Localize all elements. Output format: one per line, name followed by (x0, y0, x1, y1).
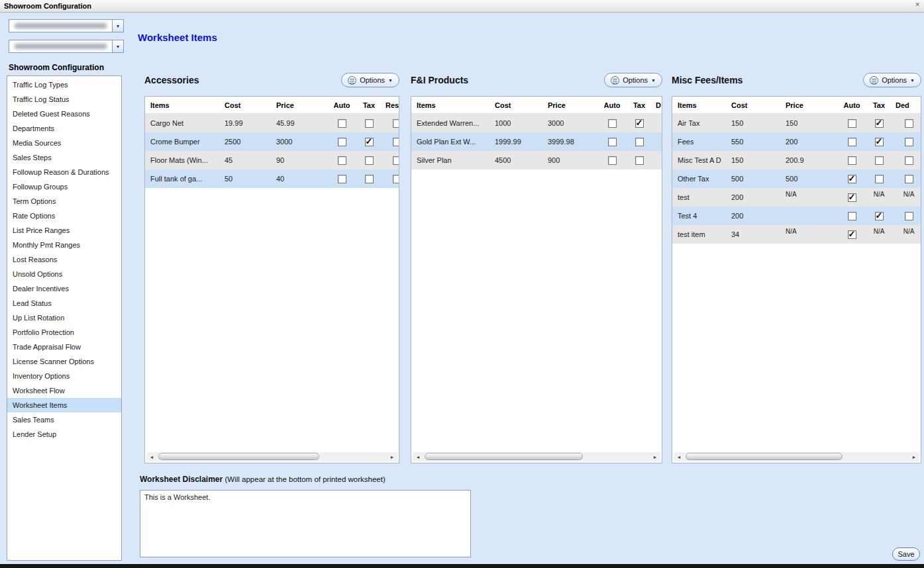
misc-fees-options-button[interactable]: Options ▼ (863, 73, 921, 87)
table-row[interactable]: Floor Mats (Win...4590 (145, 151, 399, 169)
worksheet-disclaimer-input[interactable]: This is a Worksheet. (140, 490, 471, 557)
sidebar-item[interactable]: Term Options (7, 194, 121, 209)
sidebar-item[interactable]: Lead Status (7, 296, 121, 310)
accessories-options-button[interactable]: Options ▼ (341, 73, 399, 87)
table-row[interactable]: Silver Plan4500900 (411, 151, 662, 169)
checkbox-unchecked[interactable] (848, 138, 856, 146)
checkbox-checked[interactable] (848, 193, 856, 202)
table-row[interactable]: Extended Warren...10003000 (411, 114, 662, 132)
checkbox-checked[interactable] (848, 230, 856, 239)
column-header[interactable]: Res (382, 101, 399, 109)
sidebar-item[interactable]: Worksheet Items (7, 398, 121, 412)
sidebar-item[interactable]: Traffic Log Types (7, 77, 121, 92)
save-button[interactable]: Save (892, 547, 920, 561)
checkbox-checked[interactable] (848, 175, 856, 183)
fi-products-options-button[interactable]: Options ▼ (604, 73, 662, 87)
checkbox-unchecked[interactable] (393, 138, 399, 146)
sidebar-item[interactable]: Dealer Incentives (7, 281, 121, 296)
store-dropdown[interactable]: ▾ (9, 19, 124, 32)
checkbox-unchecked[interactable] (905, 119, 913, 128)
checkbox-checked[interactable] (635, 119, 644, 128)
column-header[interactable]: Auto (328, 101, 356, 109)
table-row[interactable]: Crome Bumper25003000 (145, 132, 399, 151)
column-header[interactable]: Ded (892, 101, 921, 109)
checkbox-unchecked[interactable] (365, 175, 374, 183)
column-header[interactable]: Auto (838, 101, 866, 109)
checkbox-unchecked[interactable] (338, 175, 346, 183)
sidebar-item[interactable]: Followup Groups (7, 179, 121, 194)
column-header[interactable]: Auto (598, 101, 626, 109)
sidebar-item[interactable]: Up List Rotation (7, 310, 121, 325)
table-row[interactable]: Cargo Net19.9945.99 (145, 114, 399, 132)
column-header[interactable]: Price (271, 101, 328, 109)
sidebar-item[interactable]: Sales Steps (7, 150, 121, 165)
sidebar-item[interactable]: Deleted Guest Reasons (7, 107, 121, 121)
scrollbar-thumb[interactable] (158, 453, 319, 460)
horizontal-scrollbar[interactable]: ◄ ► (674, 452, 919, 461)
checkbox-unchecked[interactable] (848, 212, 856, 220)
checkbox-checked[interactable] (875, 119, 884, 128)
scroll-right-icon[interactable]: ► (650, 452, 660, 461)
sidebar-item[interactable]: Lost Reasons (7, 252, 121, 267)
checkbox-unchecked[interactable] (608, 119, 617, 128)
sidebar-item[interactable]: Sales Teams (7, 412, 121, 427)
scrollbar-thumb[interactable] (686, 453, 843, 460)
column-header[interactable]: Price (780, 101, 838, 109)
checkbox-unchecked[interactable] (905, 175, 913, 183)
checkbox-unchecked[interactable] (365, 156, 374, 165)
table-row[interactable]: Full tank of ga...5040 (145, 169, 399, 188)
sidebar-item[interactable]: Lender Setup (7, 427, 121, 442)
checkbox-unchecked[interactable] (635, 156, 644, 165)
scroll-right-icon[interactable]: ► (909, 452, 919, 461)
close-icon[interactable]: ✕ (915, 1, 920, 8)
table-row[interactable]: Test 4200 (672, 207, 921, 225)
checkbox-unchecked[interactable] (393, 156, 399, 165)
horizontal-scrollbar[interactable]: ◄ ► (413, 452, 660, 461)
column-header[interactable]: Cost (219, 101, 271, 109)
checkbox-unchecked[interactable] (393, 119, 399, 128)
scroll-left-icon[interactable]: ◄ (413, 452, 423, 461)
checkbox-checked[interactable] (875, 212, 884, 220)
column-header[interactable]: Tax (356, 101, 382, 109)
checkbox-unchecked[interactable] (393, 175, 399, 183)
chevron-down-icon[interactable]: ▾ (112, 20, 123, 32)
checkbox-unchecked[interactable] (635, 138, 644, 146)
sidebar-item[interactable]: Inventory Options (7, 369, 121, 383)
column-header[interactable]: Tax (866, 101, 892, 109)
checkbox-unchecked[interactable] (905, 212, 913, 220)
scroll-left-icon[interactable]: ◄ (146, 452, 157, 461)
checkbox-unchecked[interactable] (338, 119, 346, 128)
scroll-left-icon[interactable]: ◄ (674, 452, 684, 461)
table-row[interactable]: Other Tax500500 (672, 169, 921, 188)
column-header[interactable]: Cost (726, 101, 780, 109)
column-header[interactable]: Price (542, 101, 598, 109)
sidebar-item[interactable]: Traffic Log Status (7, 92, 121, 107)
sidebar-item[interactable]: Monthly Pmt Ranges (7, 238, 121, 252)
checkbox-unchecked[interactable] (365, 119, 374, 128)
table-row[interactable]: test item34N/AN/AN/A (672, 225, 921, 244)
column-header[interactable]: Items (145, 101, 219, 109)
sidebar-item[interactable]: Portfolio Protection (7, 325, 121, 340)
sidebar-item[interactable]: License Scanner Options (7, 354, 121, 369)
checkbox-checked[interactable] (365, 138, 374, 146)
table-row[interactable]: Air Tax150150 (672, 114, 921, 132)
sidebar-item[interactable]: Worksheet Flow (7, 383, 121, 398)
scrollbar-thumb[interactable] (425, 453, 583, 460)
column-header[interactable]: Items (672, 101, 726, 109)
checkbox-unchecked[interactable] (848, 119, 856, 128)
sidebar-item[interactable]: Trade Appraisal Flow (7, 340, 121, 354)
sidebar-item[interactable]: Unsold Options (7, 267, 121, 281)
column-header[interactable]: Cost (489, 101, 542, 109)
sidebar-item[interactable]: Departments (7, 121, 121, 136)
sidebar-item[interactable]: Media Sources (7, 136, 121, 150)
chevron-down-icon[interactable]: ▾ (112, 40, 123, 52)
checkbox-unchecked[interactable] (875, 175, 884, 183)
checkbox-unchecked[interactable] (608, 156, 617, 165)
table-row[interactable]: Gold Plan Ext W...1999.993999.98 (411, 132, 662, 151)
checkbox-unchecked[interactable] (848, 156, 856, 165)
column-header[interactable]: D (652, 101, 662, 109)
checkbox-checked[interactable] (875, 138, 884, 146)
scroll-right-icon[interactable]: ► (387, 452, 397, 461)
column-header[interactable]: Items (411, 101, 489, 109)
table-row[interactable]: test200N/AN/AN/A (672, 188, 921, 207)
